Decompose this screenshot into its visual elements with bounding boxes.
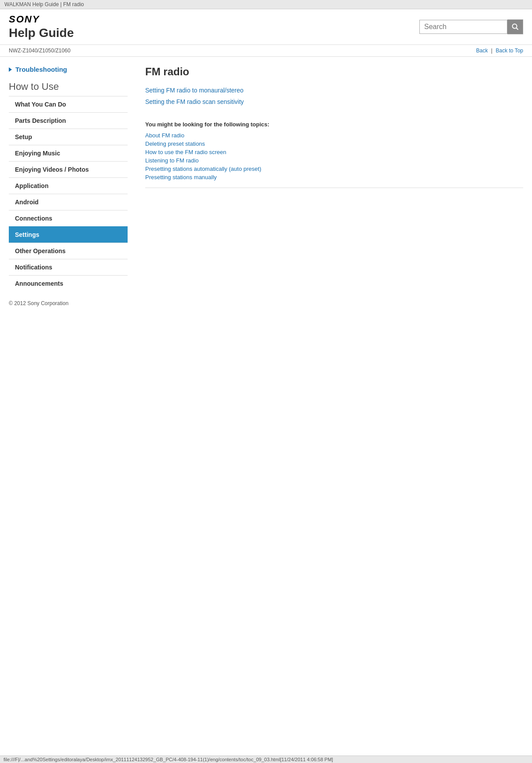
help-guide-title: Help Guide [9, 26, 74, 40]
related-link-manual-preset[interactable]: Presetting stations manually [145, 174, 523, 181]
sidebar-item-application[interactable]: Application [9, 177, 128, 194]
header-brand: SONY Help Guide [9, 14, 74, 40]
page-title: WALKMAN Help Guide | FM radio [4, 1, 84, 7]
back-link[interactable]: Back [476, 48, 488, 54]
content-title: FM radio [145, 66, 523, 78]
related-link-auto-preset[interactable]: Presetting stations automatically (auto … [145, 166, 523, 172]
content-link-scan[interactable]: Setting the FM radio scan sensitivity [145, 98, 523, 105]
main-layout: Troubleshooting How to Use What You Can … [0, 57, 532, 315]
sidebar-item-enjoying-music[interactable]: Enjoying Music [9, 145, 128, 161]
content-area: FM radio Setting FM radio to monaural/st… [136, 66, 523, 306]
copyright: © 2012 Sony Corporation [9, 300, 128, 306]
model-label: NWZ-Z1040/Z1050/Z1060 [9, 48, 70, 54]
chevron-icon [9, 67, 12, 72]
sidebar: Troubleshooting How to Use What You Can … [9, 66, 136, 306]
related-link-how-to-use[interactable]: How to use the FM radio screen [145, 149, 523, 155]
sidebar-item-android[interactable]: Android [9, 194, 128, 210]
search-input[interactable] [419, 20, 507, 34]
sidebar-item-what-you-can-do[interactable]: What You Can Do [9, 96, 128, 112]
related-link-deleting[interactable]: Deleting preset stations [145, 140, 523, 147]
navbar: NWZ-Z1040/Z1050/Z1060 Back | Back to Top [0, 45, 532, 57]
sidebar-section-title: How to Use [9, 81, 128, 92]
content-divider [145, 188, 523, 188]
browser-titlebar: WALKMAN Help Guide | FM radio [0, 0, 532, 9]
sidebar-item-connections[interactable]: Connections [9, 210, 128, 226]
sidebar-item-notifications[interactable]: Notifications [9, 259, 128, 275]
sidebar-item-enjoying-videos[interactable]: Enjoying Videos / Photos [9, 161, 128, 177]
nav-links: Back | Back to Top [476, 48, 523, 54]
search-button[interactable] [507, 19, 523, 34]
sony-logo: SONY [9, 14, 74, 25]
search-area [419, 19, 523, 34]
sidebar-item-other-operations[interactable]: Other Operations [9, 243, 128, 259]
sidebar-item-settings[interactable]: Settings [9, 226, 128, 243]
sidebar-item-parts-description[interactable]: Parts Description [9, 112, 128, 129]
svg-point-0 [512, 24, 517, 29]
troubleshooting-label: Troubleshooting [15, 66, 67, 73]
search-icon [512, 23, 519, 30]
header: SONY Help Guide [0, 9, 532, 45]
related-link-about-fm[interactable]: About FM radio [145, 132, 523, 139]
sidebar-item-setup[interactable]: Setup [9, 129, 128, 145]
related-label: You might be looking for the following t… [145, 121, 523, 128]
content-link-monaural[interactable]: Setting FM radio to monaural/stereo [145, 87, 523, 94]
related-topics: You might be looking for the following t… [145, 114, 523, 188]
svg-line-1 [516, 28, 518, 30]
sidebar-item-announcements[interactable]: Announcements [9, 275, 128, 291]
related-link-listening[interactable]: Listening to FM radio [145, 157, 523, 164]
sidebar-troubleshooting[interactable]: Troubleshooting [9, 66, 128, 73]
nav-separator: | [491, 48, 492, 54]
back-to-top-link[interactable]: Back to Top [496, 48, 523, 54]
